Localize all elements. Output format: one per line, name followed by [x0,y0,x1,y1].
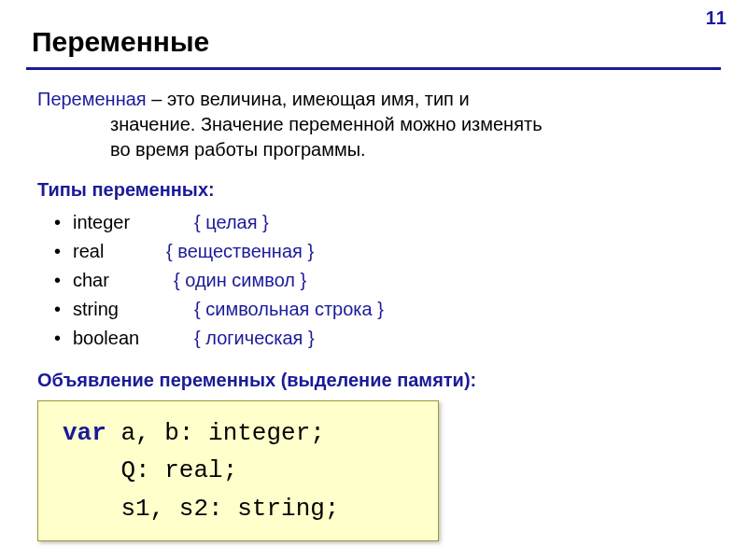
bullet-icon: • [54,239,73,264]
type-name: real [73,239,166,264]
code-text: a, b: integer; [106,419,325,447]
type-name: string [73,297,194,322]
slide-title: Переменные [0,0,747,67]
type-name: char [73,268,174,293]
code-line: var a, b: integer; [63,414,419,452]
types-heading: Типы переменных: [37,177,710,203]
type-name: boolean [73,326,194,351]
codebox-wrap: var a, b: integer; Q: real; s1, s2: stri… [0,400,747,541]
bullet-icon: • [54,326,73,351]
list-item: • char { один символ } [54,268,710,293]
page-number: 11 [706,7,726,29]
code-keyword: var [63,419,106,447]
list-item: • real { вещественная } [54,239,710,264]
code-line: Q: real; [63,452,419,489]
code-text: Q: real; [63,456,237,484]
type-comment: { символьная строка } [194,297,384,322]
code-block: var a, b: integer; Q: real; s1, s2: stri… [37,400,439,541]
type-comment: { целая } [194,210,269,235]
type-list: • integer { целая } • real { вещественна… [37,210,710,351]
definition-block: Переменная – это величина, имеющая имя, … [37,87,710,162]
type-comment: { логическая } [194,326,315,351]
content-area: Переменная – это величина, имеющая имя, … [0,70,747,393]
list-item: • string { символьная строка } [54,297,710,322]
declaration-heading: Объявление переменных (выделение памяти)… [37,368,710,393]
definition-line3: во время работы программы. [37,137,710,162]
code-line: s1, s2: string; [63,490,419,527]
list-item: • integer { целая } [54,210,710,235]
code-text: s1, s2: string; [63,495,339,523]
list-item: • boolean { логическая } [54,326,710,351]
bullet-icon: • [54,210,73,235]
type-comment: { вещественная } [166,239,314,264]
definition-line1-rest: – это величина, имеющая имя, тип и [147,89,470,109]
type-comment: { один символ } [174,268,306,293]
definition-term: Переменная [37,89,147,109]
definition-line2: значение. Значение переменной можно изме… [37,112,710,137]
bullet-icon: • [54,268,73,293]
bullet-icon: • [54,297,73,322]
type-name: integer [73,210,194,235]
